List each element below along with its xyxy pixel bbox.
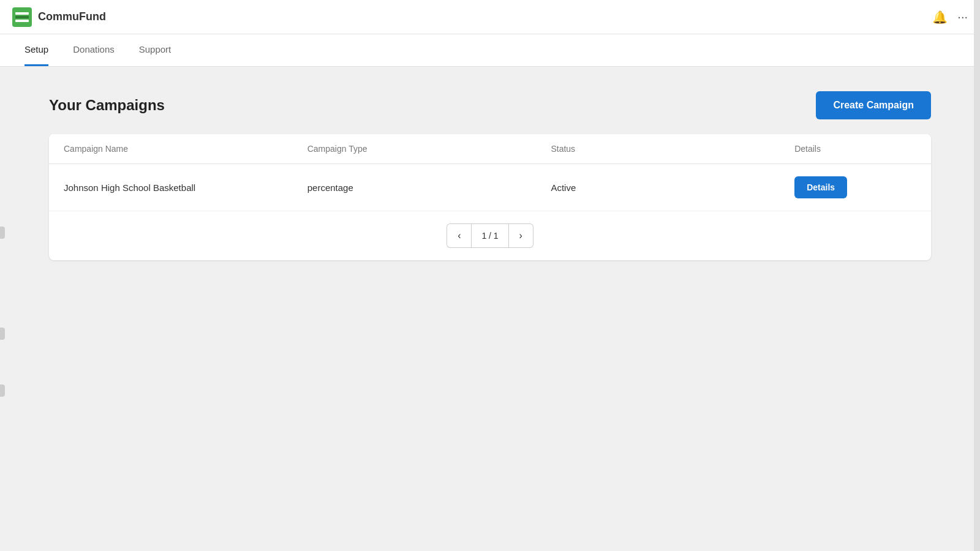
cell-campaign-type: percentage <box>307 182 551 193</box>
pagination-info: 1 / 1 <box>471 223 508 248</box>
main-content: Your Campaigns Create Campaign Campaign … <box>0 67 980 285</box>
tab-donations[interactable]: Donations <box>73 34 115 66</box>
column-header-name: Campaign Name <box>64 144 307 154</box>
table-row: Johnson High School Basketball percentag… <box>49 164 931 211</box>
cell-campaign-name: Johnson High School Basketball <box>64 182 307 193</box>
tab-support[interactable]: Support <box>139 34 172 66</box>
cell-campaign-details: Details <box>794 176 916 198</box>
details-button[interactable]: Details <box>794 176 847 198</box>
bell-icon[interactable]: 🔔 <box>932 10 948 24</box>
tab-bar: Setup Donations Support <box>0 34 980 67</box>
logo-line-3 <box>15 20 29 22</box>
brand: CommuFund <box>12 7 106 27</box>
logo-line-2 <box>15 16 29 18</box>
column-header-type: Campaign Type <box>307 144 551 154</box>
left-indicator-3[interactable] <box>0 384 5 397</box>
page-header: Your Campaigns Create Campaign <box>49 91 931 119</box>
column-header-details: Details <box>794 144 916 154</box>
top-navigation: CommuFund 🔔 ··· <box>0 0 980 34</box>
nav-actions: 🔔 ··· <box>932 10 968 24</box>
left-indicator-1[interactable] <box>0 227 5 239</box>
table-header: Campaign Name Campaign Type Status Detai… <box>49 134 931 164</box>
scrollbar[interactable] <box>974 0 980 551</box>
pagination: ‹ 1 / 1 › <box>49 211 931 260</box>
brand-logo <box>12 7 32 27</box>
page-title: Your Campaigns <box>49 97 165 114</box>
pagination-prev-button[interactable]: ‹ <box>447 223 471 248</box>
more-icon[interactable]: ··· <box>957 10 968 24</box>
column-header-status: Status <box>551 144 794 154</box>
pagination-next-button[interactable]: › <box>509 223 533 248</box>
logo-line-1 <box>15 12 29 15</box>
create-campaign-button[interactable]: Create Campaign <box>816 91 931 119</box>
left-indicator-2[interactable] <box>0 328 5 340</box>
campaigns-table: Campaign Name Campaign Type Status Detai… <box>49 134 931 260</box>
tab-setup[interactable]: Setup <box>24 34 48 66</box>
brand-name: CommuFund <box>38 10 106 23</box>
cell-campaign-status: Active <box>551 182 794 193</box>
